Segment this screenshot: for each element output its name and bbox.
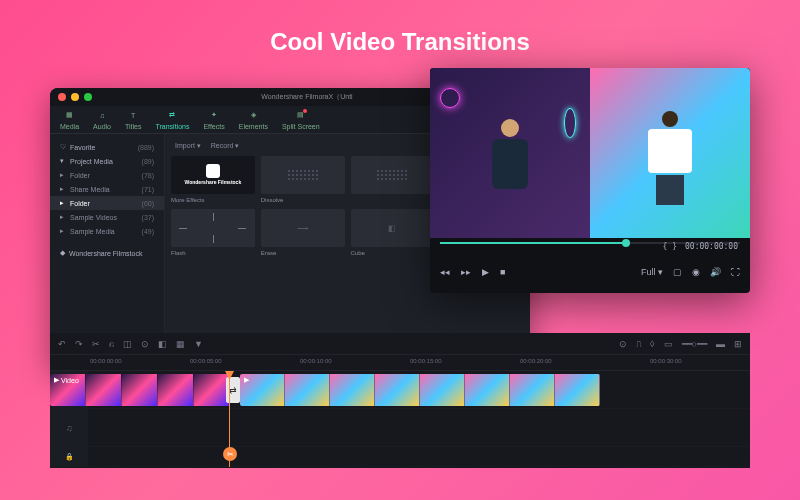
media-icon: ▦ [64, 109, 76, 121]
zoom-out-icon[interactable]: ▭ [664, 339, 673, 349]
transition-card[interactable]: Dissolve [261, 156, 345, 203]
crop-icon[interactable]: ◫ [123, 339, 132, 349]
close-icon[interactable] [58, 93, 66, 101]
quality-dropdown[interactable]: Full ▾ [641, 267, 663, 277]
color-icon[interactable]: ◧ [158, 339, 167, 349]
heart-icon: ♡ [60, 143, 66, 151]
delete-icon[interactable]: ✂ [92, 339, 100, 349]
fit-icon[interactable]: ⊞ [734, 339, 742, 349]
display-icon[interactable]: ▢ [673, 267, 682, 277]
record-dropdown[interactable]: Record ▾ [211, 142, 240, 150]
chevron-right-icon: ▸ [60, 213, 66, 221]
volume-icon[interactable]: 🔊 [710, 267, 721, 277]
prev-frame-button[interactable]: ◂◂ [440, 267, 450, 277]
chevron-right-icon: ▸ [60, 185, 66, 193]
sidebar-item-selected[interactable]: ▸Folder(60) [50, 196, 164, 210]
filmstock-logo-icon [206, 164, 220, 178]
split-icon[interactable]: ⎌ [109, 339, 114, 349]
seek-thumb[interactable] [622, 239, 630, 247]
cut-marker-icon[interactable]: ✂ [223, 447, 237, 461]
sidebar-project-media[interactable]: ▾Project Media(89) [50, 154, 164, 168]
import-dropdown[interactable]: Import ▾ [175, 142, 201, 150]
next-frame-button[interactable]: ▸▸ [461, 267, 471, 277]
tab-transitions[interactable]: ⇄Transitions [155, 109, 189, 130]
undo-icon[interactable]: ↶ [58, 339, 66, 349]
effects-icon: ✦ [208, 109, 220, 121]
stop-button[interactable]: ■ [500, 267, 505, 277]
audio-icon: ♫ [96, 109, 108, 121]
timeline-clip-b[interactable]: ▶ [240, 374, 600, 406]
sidebar-item[interactable]: ▸Sample Media(49) [50, 224, 164, 238]
chevron-right-icon: ▸ [60, 199, 66, 207]
sidebar-favorite[interactable]: ♡Favorite(889) [50, 140, 164, 154]
sidebar-item[interactable]: ▸Folder(78) [50, 168, 164, 182]
green-screen-icon[interactable]: ▦ [176, 339, 185, 349]
maximize-icon[interactable] [84, 93, 92, 101]
brackets: { } [663, 242, 677, 251]
hero-title: Cool Video Transitions [0, 0, 800, 74]
snapshot-icon[interactable]: ◉ [692, 267, 700, 277]
track-lock-icon[interactable]: 🔒 [50, 447, 88, 466]
transition-card[interactable]: ⟶ Erase [261, 209, 345, 256]
preview-video[interactable] [430, 68, 750, 238]
titles-icon: T [127, 109, 139, 121]
split-icon: ▤ [295, 109, 307, 121]
sidebar-item[interactable]: ▸Share Media(71) [50, 182, 164, 196]
timeline-clip-a[interactable]: ▶Video [50, 374, 230, 406]
transition-card[interactable]: Flash [171, 209, 255, 256]
timecode: 00:00:00:00 [685, 242, 738, 251]
transition-card[interactable]: ◧ Cube [351, 209, 435, 256]
tab-effects[interactable]: ✦Effects [203, 109, 224, 130]
chevron-right-icon: ▸ [60, 171, 66, 179]
record-icon[interactable]: ⊙ [619, 339, 627, 349]
chevron-down-icon: ▾ [60, 157, 66, 165]
zoom-slider[interactable]: ━━○━━ [682, 339, 707, 349]
transition-card[interactable] [351, 156, 435, 203]
timeline-ruler[interactable]: 00:00:00:00 00:00:05:00 00:00:10:00 00:0… [50, 355, 750, 371]
sidebar-item[interactable]: ▸Sample Videos(37) [50, 210, 164, 224]
mixer-icon[interactable]: ⎍ [636, 339, 641, 349]
zoom-in-icon[interactable]: ▬ [716, 339, 725, 349]
elements-icon: ◈ [247, 109, 259, 121]
video-track[interactable]: ▦ ▶Video ⇄ ▶ [50, 371, 750, 409]
mic-icon[interactable]: ◊ [650, 339, 654, 349]
minimize-icon[interactable] [71, 93, 79, 101]
play-button[interactable]: ▶ [482, 267, 489, 277]
speed-icon[interactable]: ⊙ [141, 339, 149, 349]
timeline: ↶ ↷ ✂ ⎌ ◫ ⊙ ◧ ▦ ▼ ⊙ ⎍ ◊ ▭ ━━○━━ ▬ ⊞ 00:0… [50, 333, 750, 468]
transition-card-filmstock[interactable]: Wondershare Filmstock More Effects [171, 156, 255, 203]
tab-audio[interactable]: ♫Audio [93, 109, 111, 130]
badge-dot [303, 109, 307, 113]
redo-icon[interactable]: ↷ [75, 339, 83, 349]
fullscreen-icon[interactable]: ⛶ [731, 267, 740, 277]
tab-media[interactable]: ▦Media [60, 109, 79, 130]
marker-icon[interactable]: ▼ [194, 339, 203, 349]
tab-split-screen[interactable]: ▤Split Screen [282, 109, 320, 130]
filmstock-icon: ◆ [60, 249, 65, 257]
extra-track[interactable]: 🔒 [50, 447, 750, 467]
chevron-right-icon: ▸ [60, 227, 66, 235]
tab-titles[interactable]: TTitles [125, 109, 141, 130]
video-icon: ▶ [244, 376, 249, 384]
video-icon: ▶ [54, 376, 59, 384]
track-head-audio-icon[interactable]: ♫ [50, 409, 88, 446]
audio-track[interactable]: ♫ [50, 409, 750, 447]
sidebar-filmstock[interactable]: ◆Wondershare Filmstock [50, 246, 164, 260]
transitions-icon: ⇄ [166, 109, 178, 121]
tab-elements[interactable]: ◈Elements [239, 109, 268, 130]
preview-panel: ◂◂ ▸▸ ▶ ■ Full ▾ ▢ ◉ 🔊 ⛶ { } 00:00:00:00 [430, 68, 750, 293]
